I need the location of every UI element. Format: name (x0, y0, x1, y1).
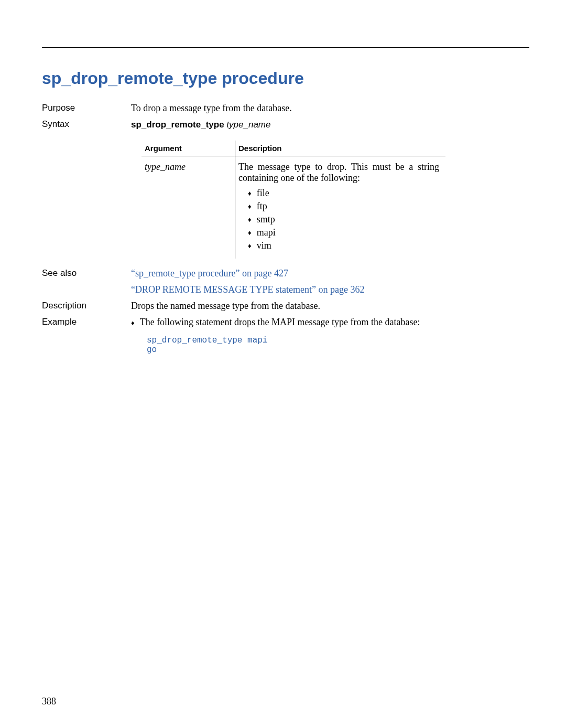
type-list: file ftp smtp mapi vim (238, 188, 439, 251)
label-example: Example (42, 317, 131, 327)
bullet-icon: ♦ (131, 317, 135, 329)
argument-table: Argument Description type_name The messa… (142, 141, 445, 259)
label-seealso: See also (42, 268, 131, 279)
th-description: Description (235, 141, 446, 156)
row-example: Example ♦ The following statement drops … (42, 317, 529, 355)
seealso-link-1[interactable]: “sp_remote_type procedure” on page 427 (131, 268, 288, 279)
label-syntax: Syntax (42, 119, 131, 130)
td-description: The message type to drop. This must be a… (235, 156, 446, 259)
example-intro: The following statement drops the MAPI m… (140, 317, 420, 328)
list-item: file (248, 188, 439, 199)
th-argument: Argument (142, 141, 235, 156)
td-arg-name: type_name (142, 156, 235, 259)
row-syntax: Syntax sp_drop_remote_type type_name Arg… (42, 119, 529, 259)
row-description: Description Drops the named message type… (42, 301, 529, 312)
page-title: sp_drop_remote_type procedure (42, 69, 529, 88)
seealso-link-2[interactable]: “DROP REMOTE MESSAGE TYPE statement” on … (131, 284, 364, 295)
example-code: sp_drop_remote_type mapi go (147, 336, 529, 355)
label-description: Description (42, 301, 131, 311)
desc-intro: The message type to drop. This must be a… (238, 162, 439, 183)
example-bullet: ♦ The following statement drops the MAPI… (131, 317, 529, 329)
label-purpose: Purpose (42, 103, 131, 113)
list-item: vim (248, 240, 439, 251)
syntax-argument: type_name (226, 120, 270, 130)
syntax-line: sp_drop_remote_type type_name (131, 120, 270, 130)
header-rule (42, 47, 529, 48)
row-purpose: Purpose To drop a message type from the … (42, 103, 529, 114)
table-row: type_name The message type to drop. This… (142, 156, 445, 259)
list-item: smtp (248, 214, 439, 225)
purpose-text: To drop a message type from the database… (131, 103, 529, 114)
list-item: mapi (248, 227, 439, 238)
row-seealso: See also “sp_remote_type procedure” on p… (42, 268, 529, 295)
description-text: Drops the named message type from the da… (131, 301, 529, 312)
list-item: ftp (248, 201, 439, 212)
syntax-command: sp_drop_remote_type (131, 120, 226, 130)
